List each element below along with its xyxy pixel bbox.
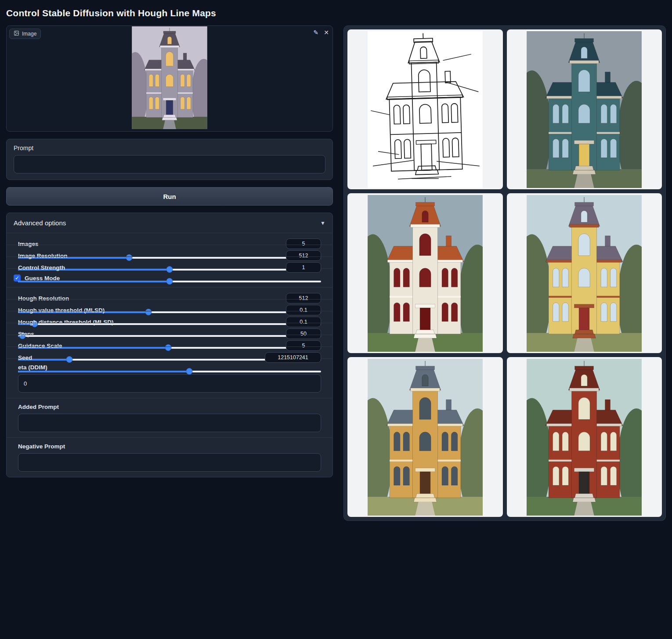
generated-white-house[interactable] bbox=[347, 193, 503, 353]
text-row-added-prompt: Added Prompt bbox=[7, 398, 332, 437]
advanced-rows: Images5Image Resolution512Control Streng… bbox=[7, 233, 332, 477]
text-row-eta-ddim: eta (DDIM) bbox=[7, 358, 332, 398]
slider-row-image-resolution: Image Resolution512 bbox=[7, 245, 332, 253]
seed-value[interactable]: 1215107241 bbox=[265, 352, 321, 363]
slider-row-hough-resolution: Hough Resolution512 bbox=[7, 287, 332, 296]
control-strength-label: Control Strength bbox=[18, 264, 65, 271]
close-icon[interactable]: ✕ bbox=[324, 29, 329, 36]
added-prompt-input[interactable] bbox=[18, 414, 321, 432]
control-strength-slider[interactable] bbox=[18, 278, 321, 285]
seed-slider-thumb[interactable] bbox=[186, 368, 192, 375]
image-upload-panel[interactable]: Image ✎ ✕ bbox=[6, 25, 333, 132]
input-image[interactable] bbox=[132, 26, 207, 131]
slider-row-hough-value-threshold: Hough value threshold (MLSD)0.1 bbox=[7, 299, 332, 307]
prompt-label: Prompt bbox=[14, 144, 325, 152]
prompt-input[interactable] bbox=[14, 155, 325, 173]
run-button[interactable]: Run bbox=[6, 187, 333, 206]
gallery-grid bbox=[343, 25, 666, 521]
right-column bbox=[343, 25, 666, 521]
image-icon bbox=[14, 30, 19, 37]
prompt-block: Prompt bbox=[6, 139, 333, 180]
added-prompt-label: Added Prompt bbox=[18, 404, 321, 410]
advanced-options-panel: Advanced options ▼ Images5Image Resoluti… bbox=[6, 213, 333, 477]
generated-gold-house[interactable] bbox=[347, 357, 503, 517]
generated-red-brick-house[interactable] bbox=[507, 357, 662, 517]
slider-row-control-strength: Control Strength1 bbox=[7, 256, 332, 265]
seed-label: Seed bbox=[18, 354, 32, 361]
control-strength-value[interactable]: 1 bbox=[286, 262, 321, 273]
slider-row-seed: Seed1215107241 bbox=[7, 347, 332, 355]
negative-prompt-label: Negative Prompt bbox=[18, 443, 321, 450]
collapse-arrow-icon[interactable]: ▼ bbox=[320, 220, 325, 226]
app-root: Control Stable Diffusion with Hough Line… bbox=[0, 0, 672, 521]
generated-yellow-house[interactable] bbox=[507, 193, 662, 353]
negative-prompt-input[interactable] bbox=[18, 453, 321, 472]
slider-row-guidance-scale: Guidance Scale5 bbox=[7, 335, 332, 343]
advanced-options-label: Advanced options bbox=[14, 219, 66, 227]
slider-row-hough-distance-threshold: Hough distance threshold (MLSD)0.1 bbox=[7, 311, 332, 319]
left-column: Image ✎ ✕ Prompt Run Advanced options ▼ … bbox=[6, 25, 333, 477]
control-strength-slider-thumb[interactable] bbox=[166, 278, 173, 285]
image-component-label: Image bbox=[9, 29, 41, 39]
generated-teal-house[interactable] bbox=[507, 29, 662, 189]
eta-ddim-input[interactable] bbox=[18, 374, 321, 393]
hough-line-map[interactable] bbox=[347, 29, 503, 189]
slider-row-steps: Steps50 bbox=[7, 323, 332, 331]
slider-row-images: Images5 bbox=[7, 233, 332, 241]
seed-slider[interactable] bbox=[18, 368, 321, 375]
edit-icon[interactable]: ✎ bbox=[314, 29, 319, 36]
advanced-options-header[interactable]: Advanced options ▼ bbox=[7, 213, 332, 233]
text-row-negative-prompt: Negative Prompt bbox=[7, 437, 332, 477]
page-title: Control Stable Diffusion with Hough Line… bbox=[6, 8, 666, 18]
